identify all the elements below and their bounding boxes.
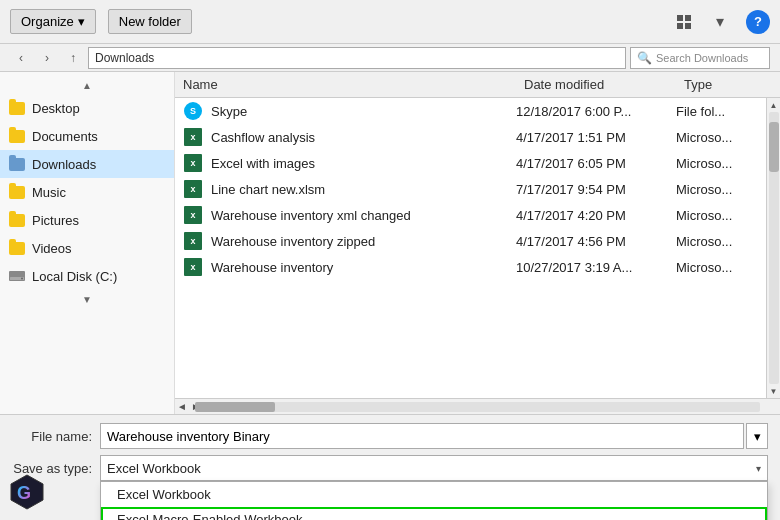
help-label: ?: [754, 14, 762, 29]
table-row[interactable]: S Skype 12/18/2017 6:00 P... File fol...: [175, 98, 766, 124]
scrollbar-thumb[interactable]: [769, 122, 779, 172]
form-area: File name: ▾ Save as type: Excel Workboo…: [0, 414, 780, 520]
scrollbar-track[interactable]: [769, 112, 779, 384]
file-date: 10/27/2017 3:19 A...: [516, 260, 676, 275]
file-type: Microso...: [676, 130, 766, 145]
sidebar-item-pictures[interactable]: Pictures: [0, 206, 174, 234]
svg-rect-2: [677, 23, 683, 29]
file-vertical-scrollbar[interactable]: ▲ ▼: [766, 98, 780, 398]
organize-button[interactable]: Organize ▾: [10, 9, 96, 34]
file-name: Warehouse inventory zipped: [203, 234, 516, 249]
sidebar-item-label: Pictures: [32, 213, 79, 228]
table-row[interactable]: x Cashflow analysis 4/17/2017 1:51 PM Mi…: [175, 124, 766, 150]
music-folder-icon: [8, 183, 26, 201]
help-button[interactable]: ?: [746, 10, 770, 34]
scrollbar-down-arrow[interactable]: ▼: [770, 384, 778, 398]
dropdown-item-excel-macro[interactable]: Excel Macro-Enabled Workbook: [101, 507, 767, 520]
savetype-dropdown-menu: Excel Workbook Excel Macro-Enabled Workb…: [100, 481, 768, 520]
file-date: 4/17/2017 6:05 PM: [516, 156, 676, 171]
pictures-folder-icon: [8, 211, 26, 229]
logo-area: G: [8, 473, 46, 514]
file-name: Cashflow analysis: [203, 130, 516, 145]
file-type: Microso...: [676, 260, 766, 275]
col-header-spacer: [766, 72, 780, 97]
view-arrow-icon[interactable]: ▾: [706, 8, 734, 36]
svg-rect-0: [677, 15, 683, 21]
col-type-header[interactable]: Type: [676, 72, 766, 97]
file-type: Microso...: [676, 234, 766, 249]
file-list[interactable]: S Skype 12/18/2017 6:00 P... File fol...: [175, 98, 766, 398]
table-row[interactable]: x Line chart new.xlsm 7/17/2017 9:54 PM …: [175, 176, 766, 202]
file-list-container: S Skype 12/18/2017 6:00 P... File fol...: [175, 98, 780, 398]
sidebar-item-documents[interactable]: Documents: [0, 122, 174, 150]
svg-point-6: [21, 278, 23, 280]
file-type: Microso...: [676, 208, 766, 223]
svg-rect-3: [685, 23, 691, 29]
file-date: 4/17/2017 4:20 PM: [516, 208, 676, 223]
excel-file-icon: x: [183, 127, 203, 147]
excel-file-icon: x: [183, 231, 203, 251]
view-icon[interactable]: [670, 8, 698, 36]
filename-input[interactable]: [100, 423, 744, 449]
file-type: Microso...: [676, 156, 766, 171]
dropdown-item-excel-workbook[interactable]: Excel Workbook: [101, 482, 767, 507]
file-date: 4/17/2017 1:51 PM: [516, 130, 676, 145]
sidebar: ▲ Desktop Documents Downloads: [0, 72, 175, 414]
file-date: 4/17/2017 4:56 PM: [516, 234, 676, 249]
file-type: Microso...: [676, 182, 766, 197]
sidebar-item-label: Videos: [32, 241, 72, 256]
skype-icon: S: [183, 101, 203, 121]
hscroll-left-arrow[interactable]: ◄: [175, 401, 189, 412]
downloads-folder-icon: [8, 155, 26, 173]
savetype-dropdown-container: Excel Workbook ▾ Excel Workbook Excel Ma…: [100, 455, 768, 481]
col-name-header[interactable]: Name: [175, 72, 516, 97]
table-row[interactable]: x Excel with images 4/17/2017 6:05 PM Mi…: [175, 150, 766, 176]
hscroll-thumb[interactable]: [195, 402, 275, 412]
sidebar-scroll-up[interactable]: ▲: [0, 76, 174, 94]
search-box[interactable]: 🔍 Search Downloads: [630, 47, 770, 69]
hscroll-track[interactable]: [195, 402, 760, 412]
sidebar-item-downloads[interactable]: Downloads: [0, 150, 174, 178]
sidebar-item-label: Downloads: [32, 157, 96, 172]
col-date-header[interactable]: Date modified: [516, 72, 676, 97]
nav-up-button[interactable]: ↑: [62, 47, 84, 69]
sidebar-scroll-down[interactable]: ▼: [0, 290, 174, 308]
search-placeholder: Search Downloads: [656, 52, 748, 64]
organize-arrow-icon: ▾: [78, 14, 85, 29]
new-folder-button[interactable]: New folder: [108, 9, 192, 34]
file-date: 7/17/2017 9:54 PM: [516, 182, 676, 197]
nav-path-text: Downloads: [95, 51, 154, 65]
table-row[interactable]: x Warehouse inventory zipped 4/17/2017 4…: [175, 228, 766, 254]
excel-file-icon: x: [183, 257, 203, 277]
table-row[interactable]: x Warehouse inventory xml changed 4/17/2…: [175, 202, 766, 228]
save-dialog: Organize ▾ New folder ▾ ? ‹ › ↑: [0, 0, 780, 520]
nav-forward-button[interactable]: ›: [36, 47, 58, 69]
excel-file-icon: x: [183, 153, 203, 173]
file-list-header: Name Date modified Type: [175, 72, 780, 98]
toolbar: Organize ▾ New folder ▾ ?: [0, 0, 780, 44]
file-name: Warehouse inventory xml changed: [203, 208, 516, 223]
file-name: Skype: [203, 104, 516, 119]
logo-icon: G: [8, 473, 46, 511]
file-name: Line chart new.xlsm: [203, 182, 516, 197]
file-name: Warehouse inventory: [203, 260, 516, 275]
desktop-folder-icon: [8, 99, 26, 117]
horizontal-scrollbar[interactable]: ◄ ►: [175, 398, 780, 414]
savetype-dropdown[interactable]: Excel Workbook ▾: [100, 455, 768, 481]
table-row[interactable]: x Warehouse inventory 10/27/2017 3:19 A.…: [175, 254, 766, 280]
sidebar-item-label: Documents: [32, 129, 98, 144]
sidebar-item-videos[interactable]: Videos: [0, 234, 174, 262]
main-content: ▲ Desktop Documents Downloads: [0, 72, 780, 414]
sidebar-item-local-disk[interactable]: Local Disk (C:): [0, 262, 174, 290]
file-name: Excel with images: [203, 156, 516, 171]
sidebar-item-desktop[interactable]: Desktop: [0, 94, 174, 122]
nav-back-button[interactable]: ‹: [10, 47, 32, 69]
nav-path[interactable]: Downloads: [88, 47, 626, 69]
filename-dropdown-arrow[interactable]: ▾: [746, 423, 768, 449]
scrollbar-up-arrow[interactable]: ▲: [770, 98, 778, 112]
documents-folder-icon: [8, 127, 26, 145]
sidebar-item-music[interactable]: Music: [0, 178, 174, 206]
nav-bar: ‹ › ↑ Downloads 🔍 Search Downloads: [0, 44, 780, 72]
sidebar-item-label: Music: [32, 185, 66, 200]
toolbar-icons: ▾: [670, 8, 734, 36]
